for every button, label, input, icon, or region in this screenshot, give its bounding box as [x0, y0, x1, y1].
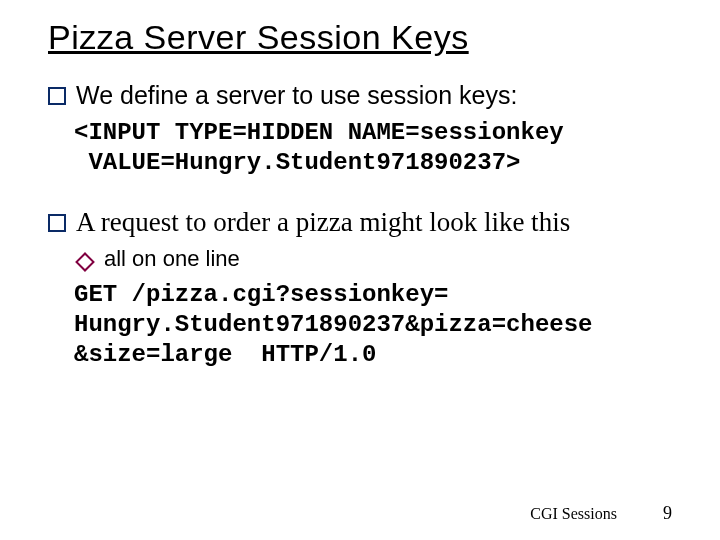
bullet-1: We define a server to use session keys:: [48, 79, 672, 112]
bullet-2: A request to order a pizza might look li…: [48, 206, 672, 240]
code-block-1: <INPUT TYPE=HIDDEN NAME=sessionkey VALUE…: [74, 118, 672, 178]
bullet-2-text: A request to order a pizza might look li…: [76, 206, 570, 240]
footer: CGI Sessions 9: [530, 503, 672, 524]
footer-label: CGI Sessions: [530, 505, 617, 523]
slide: Pizza Server Session Keys We define a se…: [0, 0, 720, 540]
square-bullet-icon: [48, 87, 66, 105]
square-bullet-icon: [48, 214, 66, 232]
page-number: 9: [663, 503, 672, 524]
sub-bullet-1-text: all on one line: [104, 245, 240, 274]
slide-title: Pizza Server Session Keys: [48, 18, 672, 57]
code-block-2: GET /pizza.cgi?sessionkey= Hungry.Studen…: [74, 280, 672, 370]
bullet-1-text: We define a server to use session keys:: [76, 79, 517, 112]
diamond-bullet-icon: [75, 252, 95, 272]
sub-bullet-1: all on one line: [78, 245, 672, 274]
